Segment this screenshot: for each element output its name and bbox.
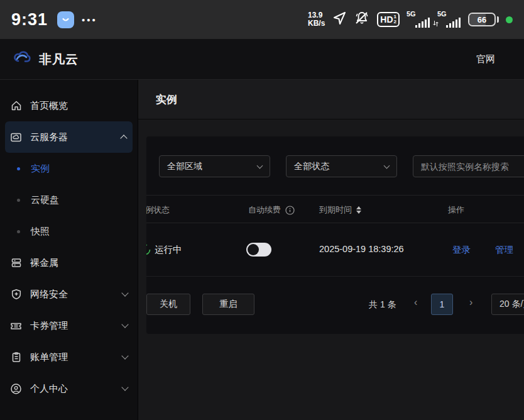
- ticket-icon: [10, 320, 22, 332]
- official-site-link[interactable]: 官网: [476, 53, 495, 65]
- shield-icon: [10, 289, 22, 301]
- home-icon: [10, 100, 22, 112]
- sidebar-item-billing-management[interactable]: 账单管理: [0, 341, 138, 373]
- chevron-down-icon: [121, 289, 128, 296]
- region-select[interactable]: 全部区域: [159, 155, 270, 177]
- sidebar-item-label: 云硬盘: [31, 194, 59, 206]
- battery-nub: [497, 16, 499, 23]
- toggle-knob: [248, 244, 259, 255]
- chevron-up-icon: [120, 135, 127, 141]
- network-speed-unit: KB/s: [308, 19, 325, 28]
- sidebar-item-label: 个人中心: [30, 383, 68, 395]
- login-link[interactable]: 登录: [452, 244, 471, 256]
- sidebar-item-label: 实例: [31, 163, 50, 175]
- bullet-dot-icon: [17, 199, 20, 202]
- info-circle-icon[interactable]: [285, 206, 295, 215]
- expire-time-value: 2025-09-19 18:39:26: [319, 244, 404, 254]
- next-page-button[interactable]: ›: [469, 297, 472, 308]
- bullet-dot-icon: [17, 167, 20, 170]
- auto-renew-toggle[interactable]: [246, 243, 271, 257]
- mic-camera-indicator-dot: [506, 16, 513, 23]
- instance-status-text: 运行中: [155, 244, 182, 256]
- sidebar-item-label: 快照: [31, 226, 50, 238]
- brand-logo-icon: [13, 50, 33, 68]
- filter-bar: 全部区域 全部状态: [159, 155, 524, 177]
- status-select-value: 全部状态: [294, 161, 329, 172]
- volte-hd-icon: HD 1 2: [377, 12, 400, 27]
- running-status-icon: [146, 243, 151, 258]
- sidebar-item-label: 云服务器: [30, 131, 68, 143]
- app-header: 非凡云 官网: [0, 39, 524, 80]
- col-auto-renew: 自动续费: [248, 204, 295, 216]
- sidebar-item-label: 账单管理: [30, 351, 68, 363]
- signal-sim2-icon: 5G: [437, 10, 461, 29]
- page-size-select[interactable]: 20 条/页: [491, 294, 524, 315]
- sort-carets-icon[interactable]: [356, 206, 361, 214]
- cloud-server-icon: [10, 131, 22, 143]
- restart-button[interactable]: 重启: [202, 294, 254, 315]
- bullet-dot-icon: [17, 230, 20, 233]
- status-bar: 9:31 ••• 13.9 KB/s HD 1 2 5G: [0, 0, 524, 39]
- sidebar-item-label: 裸金属: [30, 257, 58, 269]
- sidebar-item-personal-center[interactable]: 个人中心: [0, 373, 138, 404]
- hd-label: HD: [380, 14, 393, 25]
- region-select-value: 全部区域: [167, 161, 202, 172]
- col-label: 操作: [448, 204, 464, 216]
- app-notification-icon: [57, 11, 74, 28]
- chevron-down-icon: [257, 162, 263, 169]
- sim1-network-type: 5G: [407, 10, 416, 18]
- col-expire-time: 到期时间: [319, 204, 361, 216]
- col-instance-status: 实例状态: [146, 204, 170, 216]
- location-arrow-icon: [332, 11, 347, 28]
- sidebar-item-bare-metal[interactable]: 裸金属: [0, 247, 138, 279]
- more-notifications-icon: •••: [82, 14, 97, 25]
- clock: 9:31: [11, 10, 48, 30]
- shutdown-button[interactable]: 关机: [146, 294, 190, 315]
- mute-bell-icon: [354, 10, 370, 29]
- signal-sim1-icon: 5G: [407, 10, 430, 29]
- instance-table-row: 运行中 2025-09-19 18:39:26 登录 管理: [146, 223, 524, 277]
- sidebar-item-cloud-disk[interactable]: 云硬盘: [0, 184, 138, 216]
- col-actions: 操作: [448, 204, 464, 216]
- user-icon: [10, 383, 22, 395]
- table-footer: 关机 重启 共 1 条 ‹ 1 › 20 条/页: [146, 294, 524, 319]
- table-header-row: 实例状态 自动续费 到期时间 操作: [146, 195, 524, 223]
- hd-sim2: 2: [394, 19, 396, 25]
- prev-page-button[interactable]: ‹: [414, 297, 417, 308]
- sidebar-item-label: 首页概览: [30, 100, 68, 112]
- bare-metal-icon: [10, 257, 22, 269]
- chevron-down-icon: [121, 384, 128, 390]
- battery-percent: 66: [478, 15, 486, 25]
- sidebar-item-overview[interactable]: 首页概览: [0, 90, 138, 121]
- battery-icon: 66: [468, 13, 496, 26]
- brand-name: 非凡云: [39, 51, 79, 68]
- page-size-value: 20 条/页: [499, 299, 524, 310]
- chevron-down-icon: [121, 321, 128, 328]
- chevron-down-icon: [121, 352, 128, 359]
- current-page-button[interactable]: 1: [431, 294, 453, 315]
- bill-icon: [10, 351, 22, 363]
- sidebar-item-snapshot[interactable]: 快照: [0, 216, 138, 247]
- col-label: 到期时间: [319, 204, 352, 216]
- status-indicators: 13.9 KB/s HD 1 2 5G: [308, 10, 513, 29]
- instance-panel: 全部区域 全部状态 实例状态 自动续费: [146, 136, 524, 334]
- manage-link[interactable]: 管理: [495, 244, 513, 256]
- sidebar-nav: 首页概览 云服务器 实例 云硬盘 快照 裸金属: [0, 80, 138, 420]
- network-speed: 13.9 KB/s: [308, 11, 325, 27]
- col-label: 实例状态: [146, 204, 170, 216]
- sidebar-item-label: 卡券管理: [30, 320, 68, 332]
- page-title: 实例: [156, 92, 177, 107]
- instance-search-input[interactable]: [413, 155, 524, 177]
- chevron-down-icon: [384, 162, 390, 169]
- status-select[interactable]: 全部状态: [286, 155, 397, 177]
- main-content: 实例 全部区域 全部状态 实例状态 自动续费: [138, 80, 524, 420]
- sidebar-item-label: 网络安全: [30, 289, 68, 301]
- sim2-network-type: 5G: [437, 10, 447, 18]
- sidebar-item-instances[interactable]: 实例: [0, 153, 138, 184]
- sidebar-item-cloud-server[interactable]: 云服务器: [5, 121, 133, 153]
- col-label: 自动续费: [248, 204, 281, 216]
- page-title-bar: 实例: [138, 80, 524, 119]
- sidebar-item-coupon-management[interactable]: 卡券管理: [0, 310, 138, 341]
- sidebar-item-network-security[interactable]: 网络安全: [0, 279, 138, 310]
- total-count-text: 共 1 条: [369, 299, 396, 311]
